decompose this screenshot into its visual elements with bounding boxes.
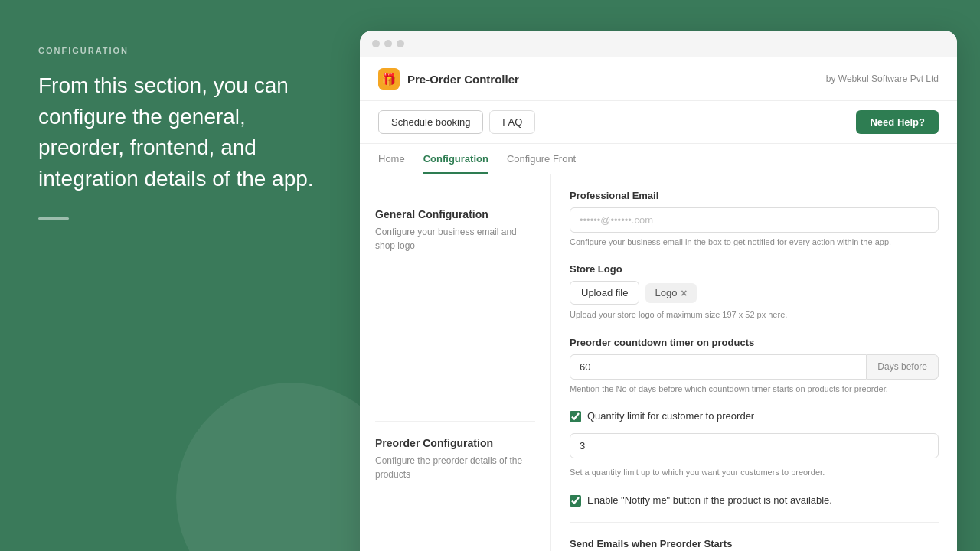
general-config-title: General Configuration — [375, 208, 535, 220]
preorder-config-sidebar: Preorder Configuration Configure the pre… — [375, 421, 535, 497]
right-content: Professional Email Configure your busine… — [551, 174, 957, 551]
quantity-limit-group: Quantity limit for customer to preorder … — [570, 410, 939, 478]
browser-dot-3 — [397, 40, 404, 47]
countdown-input-area: Days before — [570, 354, 939, 380]
app-by: by Webkul Software Pvt Ltd — [826, 73, 939, 84]
left-sidebar: General Configuration Configure your bus… — [360, 174, 551, 551]
need-help-button[interactable]: Need Help? — [856, 110, 939, 134]
countdown-input[interactable] — [570, 354, 867, 380]
app-header: 🎁 Pre-Order Controller by Webkul Softwar… — [360, 57, 957, 101]
app-logo-area: 🎁 Pre-Order Controller — [378, 68, 519, 90]
browser-dot-2 — [384, 40, 392, 47]
store-logo-hint: Upload your store logo of maximum size 1… — [570, 309, 939, 321]
countdown-label: Preorder countdown timer on products — [570, 337, 939, 348]
preorder-config-desc: Configure the preorder details of the pr… — [375, 454, 535, 481]
professional-email-hint: Configure your business email in the box… — [570, 236, 939, 248]
config-label: CONFIGURATION — [38, 46, 322, 55]
left-panel: CONFIGURATION From this section, you can… — [0, 0, 360, 551]
send-emails-label: Send Emails when Preorder Starts — [570, 538, 939, 549]
browser-dot-1 — [372, 40, 380, 47]
tab-configuration[interactable]: Configuration — [423, 144, 488, 174]
section-divider — [570, 522, 939, 523]
general-config-desc: Configure your business email and shop l… — [375, 225, 535, 253]
app-title: Pre-Order Controller — [407, 73, 519, 86]
quantity-limit-label: Quantity limit for customer to preorder — [587, 410, 754, 422]
right-panel: 🎁 Pre-Order Controller by Webkul Softwar… — [360, 0, 980, 551]
browser-bar — [360, 31, 957, 57]
upload-file-button[interactable]: Upload file — [570, 281, 639, 305]
schedule-booking-button[interactable]: Schedule booking — [378, 110, 483, 134]
quantity-limit-checkbox[interactable] — [570, 411, 581, 422]
quantity-limit-input[interactable] — [570, 433, 939, 458]
logo-tag-text: Logo — [655, 287, 677, 298]
general-config-sidebar: General Configuration Configure your bus… — [375, 193, 535, 268]
tab-home[interactable]: Home — [378, 144, 405, 174]
notify-checkbox-row: Enable "Notify me" button if the product… — [570, 494, 939, 507]
tabs: Home Configuration Configure Front — [360, 144, 957, 174]
logo-upload-area: Upload file Logo × — [570, 281, 939, 305]
store-logo-label: Store Logo — [570, 263, 939, 275]
countdown-group: Preorder countdown timer on products Day… — [570, 337, 939, 395]
notify-label: Enable "Notify me" button if the product… — [587, 494, 832, 506]
top-nav: Schedule booking FAQ Need Help? — [360, 101, 957, 144]
logo-tag: Logo × — [645, 283, 696, 303]
quantity-hint: Set a quantity limit up to which you wan… — [570, 467, 939, 478]
quantity-limit-checkbox-row: Quantity limit for customer to preorder — [570, 410, 939, 422]
main-content: General Configuration Configure your bus… — [360, 174, 957, 551]
app-icon: 🎁 — [378, 68, 400, 90]
countdown-addon: Days before — [867, 354, 939, 380]
config-description: From this section, you can configure the… — [38, 70, 322, 194]
logo-tag-remove[interactable]: × — [681, 287, 687, 299]
notify-group: Enable "Notify me" button if the product… — [570, 494, 939, 507]
professional-email-label: Professional Email — [570, 190, 939, 201]
send-emails-group: Send Emails when Preorder Starts Minutes… — [570, 538, 939, 551]
faq-button[interactable]: FAQ — [489, 110, 535, 134]
countdown-hint: Mention the No of days before which coun… — [570, 383, 939, 395]
config-divider — [38, 217, 69, 220]
tab-configure-front[interactable]: Configure Front — [507, 144, 576, 174]
professional-email-input[interactable] — [570, 207, 939, 233]
browser-window: 🎁 Pre-Order Controller by Webkul Softwar… — [360, 31, 957, 551]
preorder-config-title: Preorder Configuration — [375, 437, 535, 449]
store-logo-group: Store Logo Upload file Logo × Upload you… — [570, 263, 939, 321]
professional-email-group: Professional Email Configure your busine… — [570, 190, 939, 248]
notify-checkbox[interactable] — [570, 495, 581, 507]
